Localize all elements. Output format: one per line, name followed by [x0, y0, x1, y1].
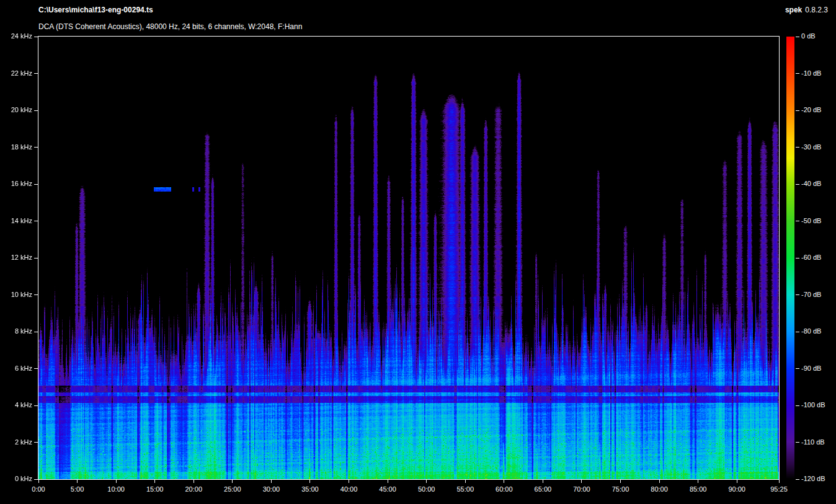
db-tick: [796, 184, 799, 185]
time-tick: [309, 480, 310, 483]
time-tick: [38, 480, 39, 483]
time-tick: [737, 480, 737, 483]
db-tick-label: -20 dB: [801, 106, 821, 113]
db-colorbar: [786, 37, 794, 479]
db-tick: [796, 37, 799, 37]
freq-tick-label: 10 kHz: [1, 291, 32, 298]
time-tick-label: 45:00: [369, 485, 406, 493]
spek-window: C:\Users\micha\f13-eng-00294.ts DCA (DTS…: [0, 0, 836, 504]
freq-tick: [34, 37, 38, 37]
time-tick-label: 75:00: [602, 485, 639, 493]
freq-tick-label: 24 kHz: [1, 32, 32, 40]
db-tick: [796, 479, 799, 480]
time-tick: [116, 480, 117, 483]
spectrogram-canvas: [38, 37, 779, 479]
time-tick-label: 90:00: [718, 485, 755, 493]
freq-tick: [34, 184, 38, 185]
time-tick-label: 85:00: [680, 485, 717, 493]
app-name: spek: [785, 6, 802, 14]
app-version: 0.8.2.3: [805, 6, 828, 14]
db-tick: [796, 368, 799, 369]
spectrogram-frame: [38, 36, 780, 480]
freq-tick-label: 20 kHz: [1, 106, 32, 113]
time-tick: [271, 480, 272, 483]
time-tick: [77, 480, 78, 483]
freq-tick-label: 6 kHz: [1, 365, 32, 372]
db-tick-label: 0 dB: [801, 32, 816, 40]
audio-format-info: DCA (DTS Coherent Acoustics), 48000 Hz, …: [38, 22, 302, 31]
time-tick-label: 50:00: [408, 485, 445, 493]
freq-tick: [34, 294, 38, 295]
time-tick: [698, 480, 698, 483]
time-tick-label: 65:00: [524, 485, 561, 493]
freq-tick: [34, 147, 38, 148]
time-tick-label: 40:00: [331, 485, 368, 493]
freq-tick: [34, 442, 38, 443]
db-tick: [796, 405, 799, 406]
db-tick-label: -110 dB: [801, 438, 825, 446]
time-tick: [581, 480, 582, 483]
db-tick: [796, 442, 799, 443]
time-tick: [543, 480, 543, 483]
db-tick-label: -60 dB: [801, 254, 821, 261]
time-tick: [349, 480, 349, 483]
time-tick: [620, 480, 621, 483]
time-tick-label: 25:00: [214, 485, 251, 493]
time-tick-label: 0:00: [20, 485, 57, 493]
db-tick-label: -70 dB: [801, 291, 821, 298]
freq-tick-label: 0 kHz: [1, 475, 32, 482]
db-tick-label: -90 dB: [801, 365, 821, 372]
freq-tick-label: 14 kHz: [1, 217, 32, 224]
db-tick-label: -50 dB: [801, 217, 821, 224]
time-tick: [388, 480, 388, 483]
db-tick-label: -40 dB: [801, 180, 821, 187]
freq-tick-label: 16 kHz: [1, 180, 32, 187]
freq-tick: [34, 221, 38, 221]
time-tick-label: 70:00: [563, 485, 600, 493]
time-tick: [426, 480, 427, 483]
db-tick-label: -80 dB: [801, 327, 821, 335]
db-tick-label: -30 dB: [801, 143, 821, 151]
time-tick-label: 35:00: [291, 485, 329, 493]
db-tick: [796, 258, 799, 259]
freq-tick: [34, 405, 38, 406]
time-tick: [504, 480, 504, 483]
db-tick: [796, 73, 799, 74]
time-tick-label: 10:00: [97, 485, 135, 493]
db-tick: [796, 294, 799, 295]
freq-tick-label: 2 kHz: [1, 438, 32, 446]
freq-tick: [34, 110, 38, 111]
db-tick-label: -100 dB: [801, 401, 825, 409]
time-tick: [232, 480, 233, 483]
freq-tick: [34, 73, 38, 74]
freq-tick-label: 22 kHz: [1, 69, 32, 77]
db-tick: [796, 332, 799, 332]
time-tick: [193, 480, 194, 483]
time-tick-label: 5:00: [59, 485, 96, 493]
freq-tick: [34, 332, 38, 332]
freq-tick: [34, 368, 38, 369]
db-tick-label: -120 dB: [801, 475, 825, 482]
time-tick-label: 15:00: [136, 485, 174, 493]
time-tick: [465, 480, 466, 483]
time-tick-label: 60:00: [486, 485, 523, 493]
time-tick-label: 20:00: [175, 485, 212, 493]
time-tick: [154, 480, 155, 483]
db-tick: [796, 147, 799, 148]
db-tick: [796, 110, 799, 111]
app-brand: spek0.8.2.3: [785, 6, 828, 14]
time-tick-label: 55:00: [447, 485, 484, 493]
db-tick: [796, 221, 799, 221]
time-tick: [779, 480, 780, 483]
file-path: C:\Users\micha\f13-eng-00294.ts: [38, 6, 153, 14]
db-tick-label: -10 dB: [801, 69, 821, 77]
freq-tick-label: 4 kHz: [1, 401, 32, 409]
time-tick-label: 80:00: [641, 485, 678, 493]
freq-tick-label: 18 kHz: [1, 143, 32, 151]
freq-tick-label: 8 kHz: [1, 327, 32, 335]
time-tick-label: 95:25: [760, 485, 798, 493]
freq-tick-label: 12 kHz: [1, 254, 32, 261]
freq-tick: [34, 258, 38, 259]
freq-tick: [34, 479, 38, 480]
time-tick-label: 30:00: [252, 485, 290, 493]
